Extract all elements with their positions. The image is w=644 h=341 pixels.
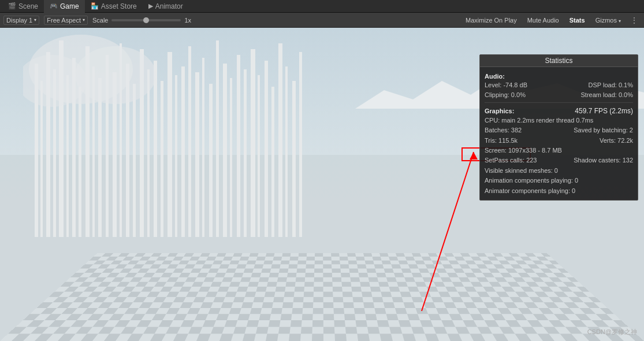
- batches-row: Batches: 382 Saved by batching: 2: [485, 126, 633, 135]
- mute-audio-button[interactable]: Mute Audio: [524, 16, 563, 25]
- audio-clipping-label: Clipping: 0.0%: [485, 91, 526, 99]
- svg-rect-21: [175, 75, 177, 237]
- fps-label: 459.7 FPS (2.2ms): [575, 107, 633, 115]
- svg-rect-20: [167, 52, 172, 237]
- stalks-svg: [23, 35, 312, 237]
- tris-label: Tris: 115.5k: [485, 136, 518, 145]
- svg-rect-15: [133, 84, 136, 237]
- setpass-row: SetPass calls: 223 Shadow casters: 132: [485, 156, 633, 165]
- stats-body: Audio: Level: -74.8 dB DSP load: 0.1% Cl…: [480, 67, 638, 200]
- aspect-chevron-icon: ▾: [83, 17, 85, 23]
- scale-label: Scale: [92, 17, 109, 24]
- scene-icon: 🎬: [8, 2, 16, 10]
- scale-value: 1x: [184, 17, 191, 24]
- verts-label: Verts: 72.2k: [600, 136, 633, 145]
- scale-area: Scale 1x: [92, 17, 457, 24]
- svg-rect-37: [285, 66, 288, 237]
- tab-animator[interactable]: ▶ Animator: [143, 0, 189, 13]
- asset-store-icon: 🏪: [91, 2, 99, 10]
- shadow-casters-label: Shadow casters: 132: [574, 156, 633, 165]
- audio-level-label: Level: -74.8 dB: [485, 81, 527, 90]
- svg-point-42: [75, 46, 156, 104]
- tab-bar: 🎬 Scene 🎮 Game 🏪 Asset Store ▶ Animator: [0, 0, 644, 13]
- svg-rect-17: [147, 69, 150, 237]
- toolbar-right: Maximize On Play Mute Audio Stats Gizmos…: [462, 16, 641, 25]
- game-viewport-container: Statistics Audio: Level: -74.8 dB DSP lo…: [0, 28, 644, 341]
- game-icon: 🎮: [50, 2, 58, 10]
- audio-stream-label: Stream load: 0.0%: [581, 91, 634, 99]
- screen-label: Screen: 1097x338 - 8.7 MB: [485, 146, 633, 155]
- stats-title: Statistics: [480, 55, 638, 67]
- audio-dsp-label: DSP load: 0.1%: [589, 81, 633, 90]
- visible-skinned-label: Visible skinned meshes: 0: [485, 166, 633, 175]
- svg-rect-7: [79, 87, 81, 237]
- svg-rect-35: [271, 87, 274, 237]
- tab-game-label: Game: [60, 2, 79, 10]
- saved-batching-label: Saved by batching: 2: [574, 126, 633, 135]
- svg-rect-33: [258, 75, 260, 237]
- visible-skinned-row: Visible skinned meshes: 0: [485, 166, 633, 175]
- svg-rect-39: [299, 52, 302, 237]
- svg-rect-34: [265, 61, 268, 237]
- svg-rect-24: [195, 72, 199, 237]
- tab-animator-label: Animator: [155, 2, 183, 10]
- watermark: CSDN@罗修之神: [587, 328, 637, 336]
- tab-asset-store-label: Asset Store: [101, 2, 137, 10]
- stats-button[interactable]: Stats: [566, 16, 589, 25]
- animation-components-label: Animation components playing: 0: [485, 176, 633, 185]
- scale-slider[interactable]: [111, 19, 181, 21]
- setpass-label: SetPass calls: 223: [485, 156, 537, 165]
- svg-rect-18: [154, 61, 157, 237]
- stats-divider-1: [485, 102, 633, 103]
- display-select[interactable]: Display 1 ▾: [3, 16, 39, 25]
- gizmos-label: Gizmos: [595, 17, 617, 24]
- tab-scene-label: Scene: [18, 2, 38, 10]
- tab-scene[interactable]: 🎬 Scene: [2, 0, 44, 13]
- toolbar: Display 1 ▾ Free Aspect ▾ Scale 1x Maxim…: [0, 13, 644, 28]
- stats-panel: Statistics Audio: Level: -74.8 dB DSP lo…: [479, 54, 638, 201]
- svg-rect-31: [244, 69, 247, 237]
- animator-components-row: Animator components playing: 0: [485, 187, 633, 195]
- audio-level-row: Level: -74.8 dB DSP load: 0.1%: [485, 81, 633, 90]
- animation-components-row: Animation components playing: 0: [485, 176, 633, 185]
- svg-rect-30: [237, 55, 240, 237]
- svg-rect-29: [230, 78, 232, 237]
- svg-rect-38: [292, 81, 296, 237]
- scale-slider-thumb: [143, 17, 149, 23]
- aspect-label: Free Aspect: [47, 17, 81, 24]
- animator-components-label: Animator components playing: 0: [485, 187, 633, 195]
- svg-rect-23: [188, 46, 191, 237]
- cpu-label: CPU: main 2.2ms render thread 0.7ms: [485, 116, 633, 125]
- svg-rect-32: [251, 49, 255, 237]
- more-options-button[interactable]: ⋮: [628, 16, 641, 25]
- maximize-on-play-button[interactable]: Maximize On Play: [462, 16, 520, 25]
- gizmos-button[interactable]: Gizmos ▾: [592, 16, 624, 25]
- svg-rect-36: [278, 43, 282, 237]
- tab-asset-store[interactable]: 🏪 Asset Store: [85, 0, 143, 13]
- tab-game[interactable]: 🎮 Game: [44, 0, 85, 13]
- svg-rect-28: [223, 64, 227, 237]
- svg-rect-27: [216, 40, 219, 237]
- svg-rect-22: [181, 66, 185, 237]
- cpu-row: CPU: main 2.2ms render thread 0.7ms: [485, 116, 633, 125]
- display-chevron-icon: ▾: [34, 17, 36, 23]
- screen-row: Screen: 1097x338 - 8.7 MB: [485, 146, 633, 155]
- svg-rect-26: [209, 84, 213, 237]
- audio-header: Audio:: [485, 73, 633, 80]
- svg-rect-19: [161, 81, 163, 237]
- svg-rect-25: [202, 58, 204, 237]
- graphics-header: Graphics:: [485, 108, 514, 114]
- checkered-floor: [0, 253, 644, 341]
- display-label: Display 1: [6, 17, 32, 24]
- animator-icon: ▶: [148, 2, 153, 10]
- batches-label: Batches: 382: [485, 126, 522, 135]
- aspect-select[interactable]: Free Aspect ▾: [44, 16, 88, 25]
- audio-clipping-row: Clipping: 0.0% Stream load: 0.0%: [485, 91, 633, 99]
- gizmos-chevron-icon: ▾: [619, 18, 621, 24]
- tris-row: Tris: 115.5k Verts: 72.2k: [485, 136, 633, 145]
